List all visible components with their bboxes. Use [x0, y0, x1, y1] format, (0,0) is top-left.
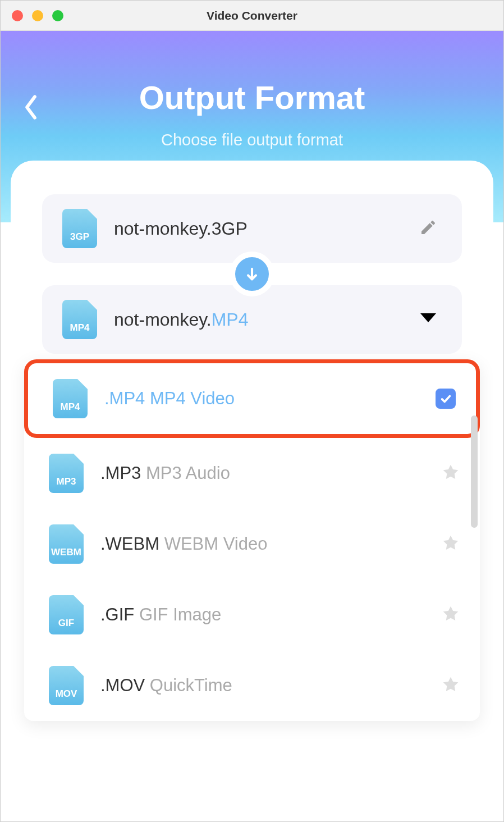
format-label: .MP4 MP4 Video — [104, 389, 419, 409]
back-button[interactable] — [23, 90, 39, 129]
titlebar: Video Converter — [1, 1, 503, 31]
source-filename: not-monkey.3GP — [114, 218, 398, 239]
page-subtitle: Choose file output format — [161, 131, 343, 149]
traffic-lights — [12, 10, 63, 21]
format-label: .WEBM WEBM Video — [100, 534, 425, 554]
format-option[interactable]: MP4.MP4 MP4 Video — [24, 359, 480, 438]
format-label: .MOV QuickTime — [100, 675, 425, 696]
format-list: MP4.MP4 MP4 VideoMP3.MP3 MP3 AudioWEBM.W… — [24, 359, 480, 721]
maximize-window-button[interactable] — [52, 10, 63, 21]
format-label: .GIF GIF Image — [100, 605, 425, 625]
check-icon — [439, 392, 452, 405]
favorite-button[interactable] — [442, 675, 460, 696]
format-extension: .MOV — [100, 675, 150, 695]
selected-check — [436, 389, 456, 409]
chevron-left-icon — [23, 94, 39, 121]
favorite-button[interactable] — [442, 605, 460, 625]
format-description: WEBM Video — [164, 534, 268, 554]
format-description: GIF Image — [139, 605, 221, 624]
format-file-icon: MP4 — [53, 379, 88, 418]
window-title: Video Converter — [12, 9, 492, 22]
format-option[interactable]: MP3.MP3 MP3 Audio — [24, 438, 480, 509]
format-description: QuickTime — [150, 675, 232, 695]
minimize-window-button[interactable] — [32, 10, 43, 21]
file-icon-label: 3GP — [70, 231, 89, 243]
file-icon-label: MP4 — [61, 401, 80, 413]
file-icon-label: MOV — [56, 688, 77, 700]
caret-down-icon — [419, 312, 437, 325]
favorite-button[interactable] — [442, 463, 460, 483]
format-option[interactable]: WEBM.WEBM WEBM Video — [24, 509, 480, 579]
source-file-icon: 3GP — [62, 209, 97, 248]
star-icon — [442, 463, 460, 481]
content-card: 3GP not-monkey.3GP MP4 not-monkey.MP4 — [11, 161, 493, 821]
format-option[interactable]: MOV.MOV QuickTime — [24, 650, 480, 721]
star-icon — [442, 675, 460, 693]
format-file-icon: GIF — [49, 595, 84, 634]
target-basename: not-monkey. — [114, 309, 212, 330]
close-window-button[interactable] — [12, 10, 23, 21]
page-title: Output Format — [139, 79, 365, 116]
format-extension: .MP4 — [104, 389, 150, 408]
format-extension: .GIF — [100, 605, 139, 624]
star-icon — [442, 605, 460, 623]
file-icon-label: GIF — [58, 618, 74, 629]
target-filename: not-monkey.MP4 — [114, 309, 398, 330]
format-label: .MP3 MP3 Audio — [100, 463, 425, 483]
format-extension: .WEBM — [100, 534, 164, 554]
file-icon-label: WEBM — [51, 547, 81, 558]
format-description: MP4 Video — [150, 389, 235, 408]
arrow-down-indicator — [230, 252, 274, 296]
format-dropdown-button[interactable] — [415, 308, 442, 331]
arrow-down-icon — [244, 266, 260, 282]
format-description: MP3 Audio — [146, 463, 230, 483]
pencil-icon — [419, 218, 437, 236]
star-icon — [442, 534, 460, 552]
format-file-icon: MP3 — [49, 454, 84, 493]
format-option[interactable]: GIF.GIF GIF Image — [24, 579, 480, 650]
app-window: Video Converter Output Format Choose fil… — [0, 0, 504, 822]
favorite-button[interactable] — [442, 534, 460, 554]
file-icon-label: MP4 — [70, 322, 90, 334]
target-file-icon: MP4 — [62, 300, 97, 339]
file-icon-label: MP3 — [57, 476, 76, 487]
format-file-icon: WEBM — [49, 524, 84, 564]
scrollbar[interactable] — [471, 415, 478, 528]
format-file-icon: MOV — [49, 666, 84, 705]
target-extension: MP4 — [212, 309, 249, 330]
edit-button[interactable] — [415, 214, 442, 243]
format-extension: .MP3 — [100, 463, 146, 483]
